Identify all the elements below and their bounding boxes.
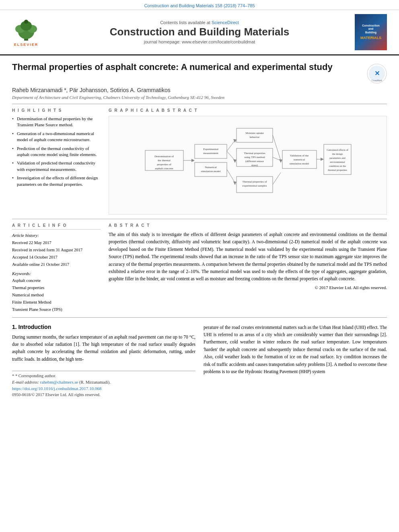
svg-text:environmental: environmental <box>330 160 345 163</box>
svg-text:Numerical: Numerical <box>205 166 217 169</box>
list-item: Validation of predicted thermal conducti… <box>12 160 101 173</box>
introduction-title: 1. Introduction <box>12 324 195 330</box>
keyword: Asphalt concrete <box>12 277 101 284</box>
copyright-line: © 2017 Elsevier Ltd. All rights reserved… <box>109 285 387 290</box>
introduction-section: 1. Introduction During summer months, th… <box>12 324 387 399</box>
elsevier-logo-area: ELSEVIER <box>8 18 44 47</box>
graphical-abstract-diagram: Determination of the thermal properties … <box>109 116 387 215</box>
article-info-column: A R T I C L E I N F O Article history: R… <box>12 223 101 313</box>
highlights-graphical-section: H I G H L I G H T S Determination of the… <box>12 104 387 219</box>
corresponding-note: * * Corresponding author. <box>12 374 195 378</box>
article-info-heading: A R T I C L E I N F O <box>12 223 101 230</box>
introduction-right-text: perature of the road creates environment… <box>204 324 387 376</box>
abstract-column: A B S T R A C T The aim of this study is… <box>109 223 387 313</box>
available-date: Available online 21 October 2017 <box>12 261 101 268</box>
journal-cover-text: Construction and Building MATERIALS <box>360 24 381 40</box>
abstract-heading: A B S T R A C T <box>109 223 387 228</box>
svg-text:using TPS method: using TPS method <box>244 156 265 159</box>
received-date: Received 22 May 2017 <box>12 239 101 246</box>
svg-marker-26 <box>233 159 237 163</box>
svg-text:Moisture uptake: Moisture uptake <box>245 131 264 135</box>
elsevier-logo: ELSEVIER <box>8 18 44 47</box>
section-number: 1. <box>12 324 17 330</box>
highlights-list: Determination of thermal properties by t… <box>12 116 101 187</box>
affiliation: Department of Architecture and Civil Eng… <box>12 95 387 100</box>
corresponding-asterisk: * <box>12 374 14 378</box>
keywords-label: Keywords: <box>12 271 101 276</box>
keyword: Thermal properties <box>12 284 101 292</box>
info-abstract-section: A R T I C L E I N F O Article history: R… <box>12 223 387 318</box>
contents-line: Contents lists available at ScienceDirec… <box>44 20 355 25</box>
svg-text:Calculated effects of: Calculated effects of <box>327 148 348 151</box>
page: Construction and Building Materials 158 … <box>0 0 399 532</box>
article-title: Thermal properties of asphalt concrete: … <box>12 62 361 73</box>
crossmark-icon: ✕ CrossMark <box>367 64 387 84</box>
diagram-svg: Determination of the thermal properties … <box>113 120 383 209</box>
highlights-column: H I G H L I G H T S Determination of the… <box>12 108 101 215</box>
svg-text:sizes): sizes) <box>251 164 258 167</box>
keyword: Numerical method <box>12 292 101 299</box>
svg-line-40 <box>273 135 281 160</box>
svg-text:parameters and: parameters and <box>329 156 346 159</box>
list-item: Investigation of the effects of differen… <box>12 175 101 187</box>
article-footer: * * Corresponding author. E-mail address… <box>12 371 195 397</box>
svg-point-5 <box>24 20 28 24</box>
article-history-subheading: Article history: <box>12 233 101 238</box>
svg-text:(different sensor: (different sensor <box>245 160 264 163</box>
svg-marker-49 <box>321 158 324 161</box>
article-title-section: Thermal properties of asphalt concrete: … <box>12 62 387 84</box>
keywords-section: Keywords: Asphalt concrete Thermal prope… <box>12 271 101 313</box>
journal-header: ELSEVIER Contents lists available at Sci… <box>0 10 399 55</box>
journal-title-header: Construction and Building Materials <box>44 26 355 38</box>
author-names: Raheb Mirzanamadi *, Pär Johansson, Soti… <box>12 87 171 93</box>
graphical-abstract-column: G R A P H I C A L A B S T R A C T Determ… <box>109 108 387 215</box>
authors: Raheb Mirzanamadi *, Pär Johansson, Soti… <box>12 87 387 93</box>
svg-marker-16 <box>191 159 195 162</box>
svg-text:thermal properties: thermal properties <box>328 168 347 171</box>
svg-text:Thermal properties: Thermal properties <box>244 152 265 155</box>
svg-text:behavior: behavior <box>250 136 260 139</box>
journal-header-center: Contents lists available at ScienceDirec… <box>44 20 355 44</box>
doi-line: https://doi.org/10.1016/j.conbuildmat.20… <box>12 386 195 391</box>
svg-line-27 <box>227 169 235 183</box>
journal-citation-bar: Construction and Building Materials 158 … <box>0 0 399 10</box>
doi-link[interactable]: https://doi.org/10.1016/j.conbuildmat.20… <box>12 386 101 391</box>
journal-homepage-label: journal homepage: www.elsevier.com/locat… <box>144 39 255 44</box>
crossmark-badge: ✕ CrossMark <box>367 64 387 84</box>
author-email[interactable]: rahebm@chalmers.se <box>40 380 78 384</box>
elsevier-label: ELSEVIER <box>14 43 39 47</box>
abstract-text: The aim of this study is to investigate … <box>109 231 387 283</box>
svg-text:condition on the: condition on the <box>329 164 346 167</box>
journal-cover-area: Construction and Building MATERIALS <box>355 14 391 50</box>
svg-marker-43 <box>279 159 282 163</box>
keyword: Finite Element Method <box>12 299 101 306</box>
highlights-label: H I G H L I G H T S <box>12 108 101 113</box>
section-title: Introduction <box>19 324 51 330</box>
svg-text:simulation model: simulation model <box>201 170 221 173</box>
email-author-name: (R. Mirzanamadi). <box>79 380 111 384</box>
graphical-abstract-label: G R A P H I C A L A B S T R A C T <box>109 108 387 113</box>
svg-text:experimental samples: experimental samples <box>243 184 267 187</box>
svg-marker-24 <box>233 139 237 143</box>
received-revised-date: Received in revised form 31 August 2017 <box>12 246 101 254</box>
accepted-date: Accepted 14 October 2017 <box>12 254 101 261</box>
introduction-left-text: During summer months, the surface temper… <box>12 333 195 363</box>
contents-label: Contents lists available at <box>160 20 210 25</box>
keywords-list: Asphalt concrete Thermal properties Nume… <box>12 277 101 313</box>
list-item: Generation of a two-dimensional numerica… <box>12 131 101 143</box>
svg-text:the thermal: the thermal <box>158 159 171 162</box>
svg-text:numerical: numerical <box>294 158 305 161</box>
intro-paragraph-right: perature of the road creates environment… <box>204 324 387 376</box>
introduction-left-column: 1. Introduction During summer months, th… <box>12 324 195 399</box>
introduction-right-column: perature of the road creates environment… <box>204 324 387 399</box>
svg-text:Thermal properties of: Thermal properties of <box>242 180 267 183</box>
svg-text:measurement: measurement <box>203 152 218 155</box>
journal-homepage: journal homepage: www.elsevier.com/locat… <box>44 39 355 44</box>
svg-text:✕: ✕ <box>374 70 380 77</box>
sciencedirect-link[interactable]: ScienceDirect <box>212 20 239 25</box>
list-item: Determination of thermal properties by t… <box>12 116 101 128</box>
intro-paragraph-1: During summer months, the surface temper… <box>12 333 195 363</box>
email-line: E-mail address: rahebm@chalmers.se (R. M… <box>12 380 195 384</box>
svg-text:properties of: properties of <box>157 163 171 166</box>
svg-line-25 <box>227 151 235 160</box>
